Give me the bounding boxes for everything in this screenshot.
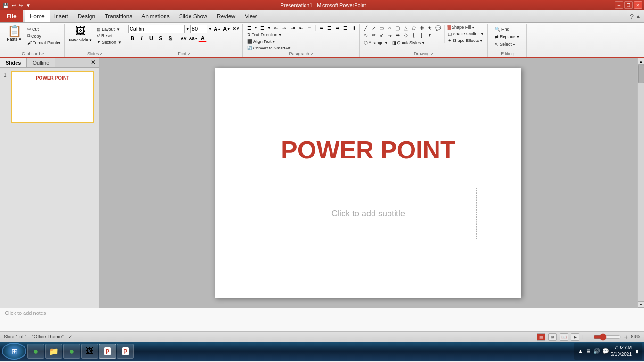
scroll-down-arrow[interactable]: ▼	[638, 301, 644, 308]
triangle-shape[interactable]: △	[403, 25, 409, 31]
align-right-button[interactable]: ➡	[334, 25, 341, 31]
subtitle-placeholder-box[interactable]: Click to add subtitle	[260, 188, 477, 239]
qa-customize[interactable]: ▼	[25, 3, 32, 8]
reading-view-button[interactable]: 📖	[560, 333, 568, 341]
rounded-rect-shape[interactable]: ▢	[395, 25, 401, 31]
increase-font-size-button[interactable]: A▲	[213, 25, 222, 33]
underline-button[interactable]: U	[147, 34, 156, 42]
curve-shape[interactable]: ∿	[363, 32, 369, 38]
bullets-button[interactable]: ☰	[246, 25, 253, 31]
view-menu-item[interactable]: View	[240, 10, 262, 22]
replace-button[interactable]: ⇄ Replace ▼	[494, 34, 521, 40]
tray-expand[interactable]: ▲	[578, 348, 584, 354]
layout-button[interactable]: ▤ Layout ▼	[95, 26, 123, 32]
zoom-in-button[interactable]: +	[624, 333, 628, 341]
bent-arrow-shape[interactable]: ⬎	[387, 32, 393, 38]
slideshow-menu-item[interactable]: Slide Show	[174, 10, 212, 22]
char-spacing-button[interactable]: AV	[180, 34, 188, 42]
taskbar-chrome-1[interactable]: ●	[27, 344, 44, 359]
font-name-input[interactable]	[128, 25, 185, 33]
copy-button[interactable]: ⧉ Copy	[26, 33, 62, 39]
slide-sorter-button[interactable]: ⊞	[548, 333, 557, 341]
normal-view-button[interactable]: ▤	[537, 333, 545, 341]
smart-indent-button[interactable]: ⇥	[289, 25, 297, 31]
shape-outline-button[interactable]: ▢ Shape Outline ▼	[446, 31, 486, 37]
tray-volume[interactable]: 🔊	[593, 348, 600, 354]
freeform-shape[interactable]: ✏	[371, 32, 377, 38]
qa-undo[interactable]: ↩	[11, 3, 17, 8]
layout-arrow[interactable]: ▼	[116, 27, 120, 32]
paragraph-expand-icon[interactable]: ↗	[310, 52, 314, 56]
rect-shape[interactable]: ▭	[379, 25, 385, 31]
taskbar-chrome-2[interactable]: ●	[63, 344, 80, 359]
slide-title[interactable]: POWER POINT	[272, 126, 465, 173]
taskbar-pictures[interactable]: 🖼	[81, 344, 98, 359]
home-menu-item[interactable]: Home	[25, 10, 50, 22]
drawing-expand-icon[interactable]: ↗	[430, 52, 434, 56]
notes-area[interactable]: Click to add notes	[0, 308, 644, 331]
clear-formatting-button[interactable]: ✕A	[232, 25, 240, 33]
quick-styles-button[interactable]: ◨ Quick Styles ▼	[391, 40, 427, 46]
restore-button[interactable]: ❐	[624, 1, 633, 9]
plus-shape[interactable]: ✚	[419, 25, 425, 31]
clipboard-expand-icon[interactable]: ↗	[41, 52, 44, 56]
zoom-slider[interactable]	[593, 335, 621, 339]
callout-shape[interactable]: 💬	[435, 25, 441, 31]
text-shadow-button[interactable]: S	[166, 34, 174, 42]
start-button[interactable]: ⊞	[2, 343, 26, 360]
slides-expand-icon[interactable]: ↗	[99, 52, 103, 56]
tray-action-center[interactable]: 💬	[602, 348, 609, 354]
slide-thumbnail-1[interactable]: POWER POINT	[11, 71, 94, 123]
slides-tab[interactable]: Slides	[0, 58, 27, 67]
circle-shape[interactable]: ○	[387, 25, 393, 31]
italic-button[interactable]: I	[138, 34, 146, 42]
font-color-button[interactable]: A	[198, 34, 207, 42]
convert-smartart-button[interactable]: 🔄 Convert to SmartArt	[246, 45, 292, 51]
close-button[interactable]: ✕	[634, 1, 642, 9]
select-button[interactable]: ↖ Select ▼	[494, 41, 521, 47]
line-shape[interactable]: ╱	[363, 25, 369, 31]
bold-button[interactable]: B	[128, 34, 137, 42]
vertical-scrollbar[interactable]: ▲ ▼	[637, 58, 644, 308]
check-mark[interactable]: ✓	[68, 334, 72, 339]
slideshow-view-button[interactable]: ▶	[571, 333, 579, 341]
section-button[interactable]: ▼ Section ▼	[95, 40, 123, 45]
decrease-font-size-button[interactable]: A▼	[223, 25, 231, 33]
slide-canvas[interactable]: POWER POINT Click to add subtitle	[215, 68, 521, 298]
increase-indent-button[interactable]: ⇥	[281, 25, 288, 31]
arrange-button[interactable]: ⬡ Arrange ▼	[363, 40, 389, 46]
scroll-thumb[interactable]	[638, 65, 644, 83]
insert-menu-item[interactable]: Insert	[50, 10, 73, 22]
outline-tab[interactable]: Outline	[27, 58, 55, 67]
shape-effects-button[interactable]: ✦ Shape Effects ▼	[446, 38, 486, 43]
system-clock[interactable]: 7:02 AM 5/19/2021	[611, 345, 632, 358]
arrow-shape[interactable]: ↗	[371, 25, 377, 31]
section-arrow[interactable]: ▼	[118, 41, 122, 45]
decrease-indent-button[interactable]: ⇤	[272, 25, 280, 31]
paste-button[interactable]: 📋 Paste ▼	[4, 25, 25, 42]
file-menu-button[interactable]: File	[0, 10, 23, 22]
shape-fill-button[interactable]: ▓ Shape Fill ▼	[446, 25, 486, 30]
block-arrow-shape[interactable]: ➡	[395, 32, 401, 38]
justify-button[interactable]: ☰	[342, 25, 349, 31]
minimize-button[interactable]: ─	[615, 1, 623, 9]
scroll-up-arrow[interactable]: ▲	[638, 58, 644, 65]
design-menu-item[interactable]: Design	[73, 10, 100, 22]
reset-button[interactable]: ↺ Reset	[95, 33, 123, 39]
pentagon-shape[interactable]: ⬠	[411, 25, 417, 31]
font-size-input[interactable]	[190, 25, 207, 33]
bracket-shape[interactable]: [	[419, 32, 425, 38]
zoom-out-button[interactable]: −	[586, 333, 590, 341]
paste-dropdown-arrow[interactable]: ▼	[18, 37, 22, 41]
line-spacing-button[interactable]: ≡	[306, 25, 314, 31]
more-shapes[interactable]: ▾	[427, 32, 433, 38]
zoom-level[interactable]: 69%	[631, 334, 640, 339]
minimize-ribbon-icon[interactable]: ▲	[636, 13, 641, 20]
strikethrough-button[interactable]: S	[157, 34, 165, 42]
cut-button[interactable]: ✂ Cut	[26, 26, 62, 32]
slide-panel-close[interactable]: ✕	[88, 58, 99, 67]
font-size-arrow[interactable]: ▼	[208, 27, 212, 31]
scroll-track[interactable]	[638, 65, 644, 301]
find-button[interactable]: 🔍 Find	[494, 26, 521, 32]
brace-shape[interactable]: {	[411, 32, 417, 38]
